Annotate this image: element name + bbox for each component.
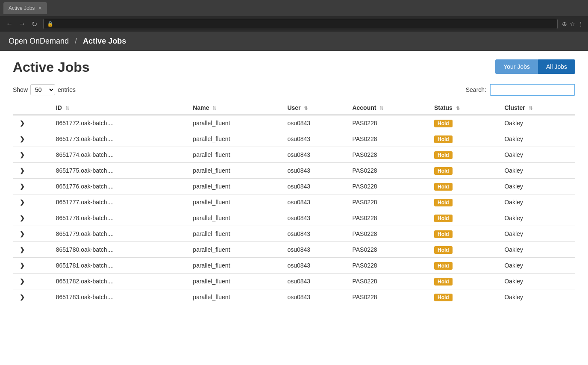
expand-button[interactable]: ❯ <box>17 230 27 238</box>
row-name: parallel_fluent <box>188 258 283 274</box>
row-status: Hold <box>430 289 500 305</box>
status-badge: Hold <box>434 230 453 238</box>
row-expand-cell: ❯ <box>13 147 52 163</box>
address-bar[interactable]: 🔒 <box>43 19 558 29</box>
table-controls: Show 50 10 25 100 entries Search: <box>13 84 575 96</box>
row-user: osu0843 <box>283 242 348 258</box>
search-input[interactable] <box>490 84 575 96</box>
expand-button[interactable]: ❯ <box>17 119 27 127</box>
expand-button[interactable]: ❯ <box>17 150 27 159</box>
row-cluster: Oakley <box>500 163 575 179</box>
forward-button[interactable]: → <box>17 19 27 29</box>
status-badge: Hold <box>434 278 453 286</box>
all-jobs-button[interactable]: All Jobs <box>538 59 575 74</box>
table-row: ❯ 8651775.oak-batch.... parallel_fluent … <box>13 163 575 179</box>
zoom-icon: ⊕ <box>562 21 567 27</box>
lock-icon: 🔒 <box>47 21 53 27</box>
row-name: parallel_fluent <box>188 115 283 131</box>
row-account: PAS0228 <box>348 179 430 194</box>
sort-cluster-icon: ⇅ <box>529 106 532 111</box>
col-cluster[interactable]: Cluster ⇅ <box>500 101 575 115</box>
expand-button[interactable]: ❯ <box>17 135 27 143</box>
row-id: 8651782.oak-batch.... <box>52 274 189 289</box>
sort-user-icon: ⇅ <box>304 106 308 111</box>
col-account[interactable]: Account ⇅ <box>348 101 430 115</box>
your-jobs-button[interactable]: Your Jobs <box>495 59 538 74</box>
table-row: ❯ 8651777.oak-batch.... parallel_fluent … <box>13 194 575 210</box>
scroll-area: ID ⇅ Name ⇅ User ⇅ Account ⇅ <box>13 101 575 305</box>
col-name[interactable]: Name ⇅ <box>188 101 283 115</box>
row-account: PAS0228 <box>348 147 430 163</box>
row-expand-cell: ❯ <box>13 115 52 131</box>
status-badge: Hold <box>434 167 453 175</box>
sort-status-icon: ⇅ <box>456 106 460 111</box>
row-status: Hold <box>430 274 500 289</box>
browser-chrome: Active Jobs ✕ <box>0 0 588 16</box>
row-name: parallel_fluent <box>188 289 283 305</box>
row-cluster: Oakley <box>500 179 575 194</box>
expand-button[interactable]: ❯ <box>17 245 27 254</box>
table-header: ID ⇅ Name ⇅ User ⇅ Account ⇅ <box>13 101 575 115</box>
status-badge: Hold <box>434 120 453 127</box>
tab-close-icon[interactable]: ✕ <box>38 6 42 11</box>
row-user: osu0843 <box>283 147 348 163</box>
col-status[interactable]: Status ⇅ <box>430 101 500 115</box>
row-user: osu0843 <box>283 258 348 274</box>
row-user: osu0843 <box>283 115 348 131</box>
row-account: PAS0228 <box>348 194 430 210</box>
reload-button[interactable]: ↻ <box>30 19 39 29</box>
row-expand-cell: ❯ <box>13 242 52 258</box>
expand-button[interactable]: ❯ <box>17 261 27 270</box>
job-filter-buttons: Your Jobs All Jobs <box>495 59 575 74</box>
row-cluster: Oakley <box>500 194 575 210</box>
row-id: 8651774.oak-batch.... <box>52 147 189 163</box>
row-status: Hold <box>430 242 500 258</box>
row-user: osu0843 <box>283 131 348 147</box>
menu-icon: ⋮ <box>578 21 584 27</box>
row-user: osu0843 <box>283 210 348 226</box>
row-name: parallel_fluent <box>188 147 283 163</box>
table-row: ❯ 8651780.oak-batch.... parallel_fluent … <box>13 242 575 258</box>
col-id[interactable]: ID ⇅ <box>52 101 189 115</box>
entries-label: entries <box>58 86 76 93</box>
row-cluster: Oakley <box>500 274 575 289</box>
row-cluster: Oakley <box>500 210 575 226</box>
back-button[interactable]: ← <box>4 19 15 29</box>
row-status: Hold <box>430 226 500 242</box>
row-id: 8651779.oak-batch.... <box>52 226 189 242</box>
row-user: osu0843 <box>283 289 348 305</box>
status-badge: Hold <box>434 135 453 143</box>
row-expand-cell: ❯ <box>13 210 52 226</box>
row-name: parallel_fluent <box>188 194 283 210</box>
row-expand-cell: ❯ <box>13 163 52 179</box>
expand-button[interactable]: ❯ <box>17 293 27 301</box>
sort-id-icon: ⇅ <box>65 106 69 111</box>
expand-button[interactable]: ❯ <box>17 277 27 286</box>
row-expand-cell: ❯ <box>13 131 52 147</box>
row-user: osu0843 <box>283 274 348 289</box>
row-name: parallel_fluent <box>188 163 283 179</box>
table-body: ❯ 8651772.oak-batch.... parallel_fluent … <box>13 115 575 305</box>
col-user[interactable]: User ⇅ <box>283 101 348 115</box>
table-row: ❯ 8651781.oak-batch.... parallel_fluent … <box>13 258 575 274</box>
expand-button[interactable]: ❯ <box>17 182 27 191</box>
browser-tab[interactable]: Active Jobs ✕ <box>3 2 47 14</box>
entries-select[interactable]: 50 10 25 100 <box>30 84 55 95</box>
expand-button[interactable]: ❯ <box>17 214 27 222</box>
sort-account-icon: ⇅ <box>379 106 383 111</box>
expand-button[interactable]: ❯ <box>17 198 27 206</box>
row-account: PAS0228 <box>348 131 430 147</box>
show-entries: Show 50 10 25 100 entries <box>13 84 76 95</box>
row-user: osu0843 <box>283 226 348 242</box>
row-expand-cell: ❯ <box>13 274 52 289</box>
row-expand-cell: ❯ <box>13 226 52 242</box>
row-status: Hold <box>430 147 500 163</box>
row-id: 8651777.oak-batch.... <box>52 194 189 210</box>
row-status: Hold <box>430 258 500 274</box>
status-badge: Hold <box>434 215 453 222</box>
expand-button[interactable]: ❯ <box>17 166 27 175</box>
row-user: osu0843 <box>283 194 348 210</box>
table-row: ❯ 8651783.oak-batch.... parallel_fluent … <box>13 289 575 305</box>
browser-nav: ← → ↻ 🔒 ⊕ ☆ ⋮ <box>0 16 588 32</box>
row-name: parallel_fluent <box>188 226 283 242</box>
